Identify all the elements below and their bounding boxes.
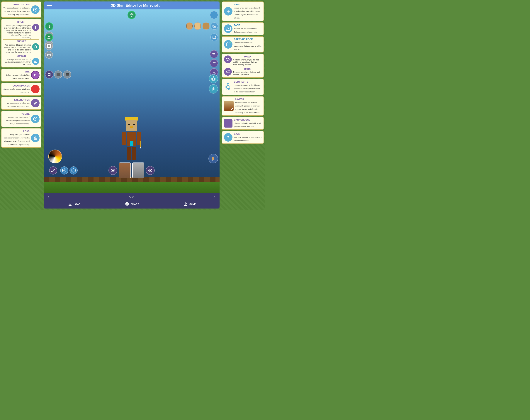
- redo-icon-circle[interactable]: [224, 68, 232, 75]
- layers-icon-wrapper[interactable]: [224, 101, 234, 111]
- eye-left-icon: [111, 169, 115, 172]
- rotate-right-btn[interactable]: ↻: [70, 166, 78, 175]
- share-action-icon: [124, 201, 130, 207]
- visualization-icon-circle[interactable]: [31, 5, 40, 14]
- share-action-btn[interactable]: SHARE: [124, 201, 139, 207]
- dressing-room-btn[interactable]: [210, 33, 218, 41]
- size-2-icon: [57, 73, 60, 76]
- size-body: Select the area of effect of the Brush a…: [6, 74, 29, 79]
- svg-rect-46: [213, 157, 213, 158]
- size-2-btn[interactable]: [54, 70, 62, 78]
- body-parts-2-icon: [211, 86, 216, 91]
- new-text: NEW: Initiate a new blank project or wit…: [234, 3, 262, 19]
- mini-preview-front[interactable]: [119, 163, 131, 178]
- square-size-btn[interactable]: [45, 42, 53, 50]
- save-body: Just save you skin in your device or exp…: [234, 136, 262, 142]
- svg-rect-63: [127, 147, 131, 160]
- mini-preview-row: [108, 163, 155, 178]
- body-parts-2-btn[interactable]: [209, 84, 218, 93]
- load-action-icon: [67, 201, 73, 207]
- cube-view-btn[interactable]: [128, 11, 136, 19]
- size-3-btn[interactable]: [63, 70, 71, 78]
- brush-icon-circle[interactable]: [32, 24, 39, 31]
- hamburger-menu[interactable]: [46, 4, 52, 7]
- load-card: LOAD Bring back your previous creations …: [1, 128, 41, 148]
- eyedropper-btn[interactable]: [49, 166, 57, 175]
- layers-icon: ✏: [210, 156, 216, 161]
- svg-rect-28: [213, 76, 214, 78]
- svg-rect-81: [225, 86, 227, 88]
- layers-body: Select the layer you want to works with …: [235, 102, 261, 114]
- save-icon-circle[interactable]: [224, 133, 233, 142]
- left-panel: VISUALIZATION You can rotate zoom in and…: [0, 0, 43, 210]
- eraser-icon-circle[interactable]: [32, 58, 39, 65]
- color-picker-text: COLOR PICKER Choose a color for use with…: [3, 85, 29, 94]
- bucket-body: You can use it to paint an entire area o…: [3, 44, 31, 53]
- background-body: Choose the background with which you wil…: [234, 122, 261, 128]
- bucket-toolbar-btn[interactable]: [45, 33, 53, 41]
- svg-point-49: [112, 170, 114, 171]
- body-parts-btn[interactable]: [209, 74, 218, 83]
- bucket-toolbar-icon: [47, 35, 51, 39]
- add-new-btn[interactable]: [210, 11, 218, 19]
- skin-viewport[interactable]: ↺ ↻: [44, 9, 220, 193]
- redo-btn[interactable]: [210, 59, 218, 67]
- new-icon-circle[interactable]: [224, 7, 233, 15]
- svg-line-17: [132, 14, 133, 15]
- face-btn-3[interactable]: [202, 22, 210, 30]
- image-picker-btn[interactable]: [211, 22, 218, 30]
- load-action-btn[interactable]: LOAD: [67, 201, 81, 207]
- svg-rect-26: [47, 54, 50, 56]
- dressing-room-icon-circle[interactable]: +: [224, 40, 233, 49]
- eyedropper-icon-circle[interactable]: [31, 99, 40, 107]
- svg-rect-14: [34, 139, 37, 139]
- size-1-btn[interactable]: [45, 70, 53, 78]
- face-card: FACE: You can put the face of Messi, Gat…: [222, 22, 264, 35]
- layers-title: LAYERS: [235, 98, 262, 101]
- face-body: You can put the face of Messi, Gaturro o…: [234, 28, 257, 33]
- undo-icon-circle[interactable]: [224, 56, 232, 63]
- undo-btn[interactable]: [210, 50, 218, 58]
- size-icon-circle[interactable]: [31, 71, 40, 79]
- mini-preview-back[interactable]: [132, 163, 144, 178]
- visualization-card: VISUALIZATION You can rotate zoom in and…: [1, 1, 41, 18]
- svg-rect-7: [34, 61, 37, 62]
- color-picker-icon-circle[interactable]: [31, 85, 40, 93]
- image-picker-icon: [212, 24, 216, 28]
- background-icon-wrapper[interactable]: [224, 119, 233, 128]
- body-parts-icon-wrapper[interactable]: [224, 83, 233, 91]
- svg-rect-56: [133, 124, 135, 125]
- rotate-left-btn[interactable]: ↺: [60, 166, 68, 175]
- eraser-icon: [34, 59, 38, 63]
- share-bottom-icon: [125, 202, 129, 206]
- svg-rect-39: [214, 90, 214, 91]
- bucket-icon-circle[interactable]: [32, 43, 39, 50]
- undo-icon: [212, 52, 216, 56]
- layers-btn[interactable]: ✏: [208, 154, 218, 164]
- svg-point-40: [52, 171, 52, 172]
- brush-btn[interactable]: [45, 22, 53, 30]
- face-icon-circle[interactable]: [224, 24, 233, 33]
- eraser-toolbar-btn[interactable]: [45, 51, 53, 59]
- face-btn-1[interactable]: [186, 22, 193, 30]
- dressing-room-icon-svg: +: [226, 42, 231, 47]
- body-parts-card-icon: [224, 83, 232, 90]
- nav-prev-btn[interactable]: ‹: [45, 195, 51, 199]
- rotate-icon-circle[interactable]: ↺: [31, 115, 40, 123]
- save-action-btn[interactable]: SAVE: [183, 201, 196, 207]
- svg-rect-84: [228, 89, 230, 90]
- save-title: SAVE: [234, 133, 262, 135]
- eye-right-btn[interactable]: [146, 166, 155, 175]
- visualization-title: VISUALIZATION: [3, 3, 29, 6]
- eye-left-btn[interactable]: [108, 166, 117, 175]
- svg-rect-55: [128, 124, 130, 125]
- nav-next-btn[interactable]: ›: [212, 195, 218, 199]
- load-icon-circle[interactable]: [31, 134, 40, 142]
- color-wheel[interactable]: [48, 150, 62, 164]
- share-action-label: SHARE: [131, 203, 139, 206]
- face-text: FACE: You can put the face of Messi, Gat…: [234, 24, 262, 33]
- face-icon: [226, 27, 231, 31]
- svg-rect-85: [227, 139, 230, 139]
- face-btn-2[interactable]: [194, 22, 201, 30]
- color-picker-title: COLOR PICKER: [3, 85, 29, 87]
